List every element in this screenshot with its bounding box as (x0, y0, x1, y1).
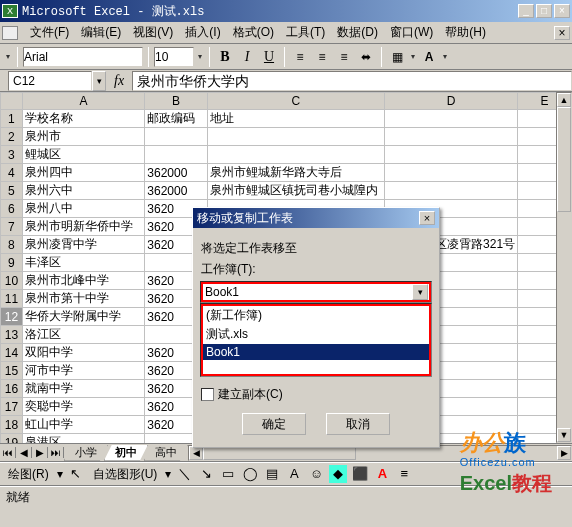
row-header[interactable]: 6 (1, 200, 23, 218)
scroll-right-arrow-icon[interactable]: ▶ (557, 446, 571, 460)
clipart-icon[interactable]: ☺ (307, 465, 325, 483)
cell[interactable]: 河市中学 (22, 362, 144, 380)
size-chevron-icon[interactable]: ▾ (196, 52, 204, 61)
bold-button[interactable]: B (215, 47, 235, 67)
row-header[interactable]: 4 (1, 164, 23, 182)
wordart-icon[interactable]: A (285, 465, 303, 483)
row-header[interactable]: 3 (1, 146, 23, 164)
cell[interactable]: 泉州六中 (22, 182, 144, 200)
cell[interactable]: 华侨大学附属中学 (22, 308, 144, 326)
name-box[interactable]: C12 (8, 71, 92, 91)
row-header[interactable]: 15 (1, 362, 23, 380)
cancel-button[interactable]: 取消 (326, 413, 390, 435)
fx-label[interactable]: fx (106, 73, 132, 89)
menu-format[interactable]: 格式(O) (227, 22, 280, 43)
cell[interactable] (145, 146, 207, 164)
align-left-button[interactable]: ≡ (290, 47, 310, 67)
formula-bar[interactable]: 泉州市华侨大学内 (132, 71, 572, 91)
italic-button[interactable]: I (237, 47, 257, 67)
menu-insert[interactable]: 插入(I) (179, 22, 226, 43)
row-header[interactable]: 1 (1, 110, 23, 128)
autoshapes-menu[interactable]: 自选图形(U) (89, 466, 162, 483)
merge-center-button[interactable]: ⬌ (356, 47, 376, 67)
col-header-c[interactable]: C (207, 93, 384, 110)
menu-window[interactable]: 窗口(W) (384, 22, 439, 43)
cell[interactable]: 泉州市鲤城新华路大寺后 (207, 164, 384, 182)
row-header[interactable]: 17 (1, 398, 23, 416)
workbook-combo[interactable]: Book1 ▾ (201, 282, 431, 302)
cell[interactable] (385, 182, 518, 200)
namebox-dropdown[interactable]: ▾ (92, 71, 106, 91)
oval-icon[interactable]: ◯ (241, 465, 259, 483)
cell[interactable] (145, 128, 207, 146)
cell[interactable]: 虹山中学 (22, 416, 144, 434)
select-arrow-icon[interactable]: ↖ (67, 465, 85, 483)
tab-nav-next-icon[interactable]: ▶ (32, 447, 48, 458)
cell[interactable]: 362000 (145, 164, 207, 182)
close-button[interactable]: × (554, 4, 570, 18)
fill-color-icon[interactable]: ◆ (329, 465, 347, 483)
cell[interactable]: 地址 (207, 110, 384, 128)
cell[interactable]: 洛江区 (22, 326, 144, 344)
list-item[interactable]: (新工作簿) (203, 306, 429, 325)
scroll-down-arrow-icon[interactable]: ▼ (557, 428, 571, 442)
row-header[interactable]: 11 (1, 290, 23, 308)
select-all-corner[interactable] (1, 93, 23, 110)
list-item-selected[interactable]: Book1 (203, 344, 429, 360)
cell[interactable] (385, 146, 518, 164)
line-color-icon[interactable]: ⬛ (351, 465, 369, 483)
cell[interactable] (207, 128, 384, 146)
menu-file[interactable]: 文件(F) (24, 22, 75, 43)
cell[interactable]: 泉州四中 (22, 164, 144, 182)
row-header[interactable]: 13 (1, 326, 23, 344)
tab-nav-prev-icon[interactable]: ◀ (16, 447, 32, 458)
align-center-button[interactable]: ≡ (312, 47, 332, 67)
menu-tools[interactable]: 工具(T) (280, 22, 331, 43)
row-header[interactable]: 5 (1, 182, 23, 200)
cell[interactable]: 邮政编码 (145, 110, 207, 128)
cell[interactable]: 双阳中学 (22, 344, 144, 362)
menu-view[interactable]: 视图(V) (127, 22, 179, 43)
cell[interactable]: 泉州市鲤城区镇抚司巷小城隍内 (207, 182, 384, 200)
fontcolor-chevron-icon[interactable]: ▾ (441, 52, 449, 61)
menu-data[interactable]: 数据(D) (331, 22, 384, 43)
cell[interactable]: 丰泽区 (22, 254, 144, 272)
cell[interactable]: 鲤城区 (22, 146, 144, 164)
col-header-a[interactable]: A (22, 93, 144, 110)
arrow-icon[interactable]: ↘ (197, 465, 215, 483)
cell[interactable]: 就南中学 (22, 380, 144, 398)
menu-edit[interactable]: 编辑(E) (75, 22, 127, 43)
cell[interactable] (385, 110, 518, 128)
cell[interactable]: 奕聪中学 (22, 398, 144, 416)
font-name-combo[interactable] (23, 47, 143, 67)
menu-help[interactable]: 帮助(H) (439, 22, 492, 43)
align-right-button[interactable]: ≡ (334, 47, 354, 67)
row-header[interactable]: 2 (1, 128, 23, 146)
scroll-up-arrow-icon[interactable]: ▲ (557, 93, 571, 107)
cell[interactable]: 泉州市北峰中学 (22, 272, 144, 290)
row-header[interactable]: 9 (1, 254, 23, 272)
vscroll-thumb[interactable] (557, 107, 571, 212)
create-copy-checkbox[interactable] (201, 388, 214, 401)
sheet-tab-2[interactable]: 初中 (104, 445, 148, 461)
cell[interactable]: 泉州市 (22, 128, 144, 146)
dialog-close-button[interactable]: × (419, 211, 435, 225)
row-header[interactable]: 18 (1, 416, 23, 434)
row-header[interactable]: 7 (1, 218, 23, 236)
minimize-button[interactable]: _ (518, 4, 534, 18)
font-color-button[interactable]: A (419, 47, 439, 67)
cell[interactable]: 泉州市明新华侨中学 (22, 218, 144, 236)
sheet-tab-3[interactable]: 高中 (144, 445, 188, 461)
row-header[interactable]: 8 (1, 236, 23, 254)
cell[interactable]: 泉州凌霄中学 (22, 236, 144, 254)
cell[interactable] (385, 164, 518, 182)
borders-chevron-icon[interactable]: ▾ (409, 52, 417, 61)
cell[interactable]: 泉州八中 (22, 200, 144, 218)
row-header[interactable]: 10 (1, 272, 23, 290)
tab-nav-first-icon[interactable]: ⏮ (0, 447, 16, 458)
font-color-draw-icon[interactable]: A (373, 465, 391, 483)
combo-dropdown-icon[interactable]: ▾ (412, 284, 428, 300)
cell[interactable]: 362000 (145, 182, 207, 200)
col-header-b[interactable]: B (145, 93, 207, 110)
line-icon[interactable]: ＼ (175, 465, 193, 483)
